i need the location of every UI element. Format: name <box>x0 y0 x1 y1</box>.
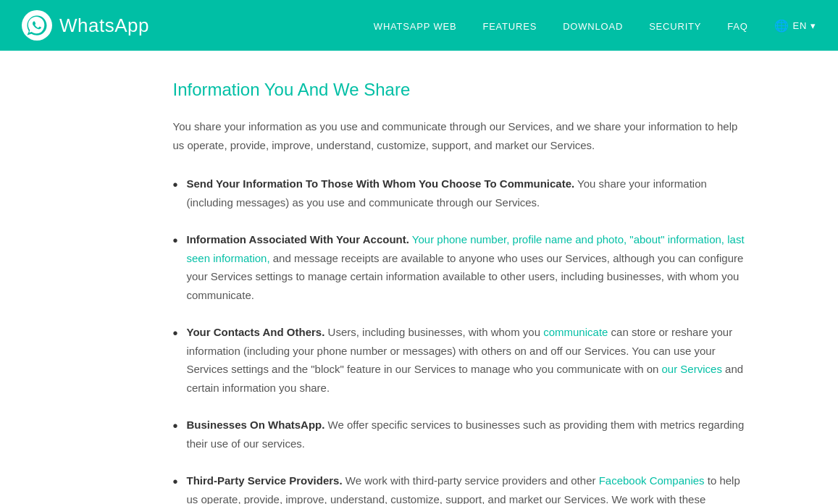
list-item: Information Associated With Your Account… <box>173 230 745 304</box>
nav-item-download[interactable]: DOWNLOAD <box>563 20 623 32</box>
list-item-heading-5: Third-Party Service Providers. <box>187 474 343 487</box>
list-item-content: Businesses On WhatsApp. We offer specifi… <box>187 416 745 453</box>
nav-item-features[interactable]: FEATURES <box>482 20 537 32</box>
nav-item-security[interactable]: SECURITY <box>649 20 701 32</box>
brand-name: WhatsApp <box>59 14 149 37</box>
globe-icon: 🌐 <box>774 19 789 33</box>
list-item-heading-4: Businesses On WhatsApp. <box>187 419 325 431</box>
list-item-content: Your Contacts And Others. Users, includi… <box>187 323 745 397</box>
language-selector[interactable]: 🌐 EN ▾ <box>774 19 816 33</box>
language-label: EN <box>793 20 808 31</box>
nav-brand[interactable]: WhatsApp <box>22 10 149 41</box>
nav-item-whatsapp-web[interactable]: WHATSAPP WEB <box>374 20 457 32</box>
list-item: Third-Party Service Providers. We work w… <box>173 471 745 504</box>
svg-point-0 <box>22 10 52 41</box>
nav-links: WHATSAPP WEB FEATURES DOWNLOAD SECURITY … <box>374 20 748 32</box>
list-item: Businesses On WhatsApp. We offer specifi… <box>173 416 745 453</box>
list-item-content: Send Your Information To Those With Whom… <box>187 175 745 211</box>
list-item-content: Information Associated With Your Account… <box>187 230 745 304</box>
info-list: Send Your Information To Those With Whom… <box>173 175 745 504</box>
navbar: WhatsApp WHATSAPP WEB FEATURES DOWNLOAD … <box>0 0 838 51</box>
list-item-heading-1: Send Your Information To Those With Whom… <box>187 177 575 190</box>
intro-paragraph: You share your information as you use an… <box>173 117 745 154</box>
chevron-down-icon: ▾ <box>810 20 816 31</box>
list-item-heading-2: Information Associated With Your Account… <box>187 233 409 245</box>
list-item: Your Contacts And Others. Users, includi… <box>173 323 745 397</box>
main-content: Information You And We Share You share y… <box>72 51 767 504</box>
facebook-companies-link[interactable]: Facebook Companies <box>599 474 705 487</box>
list-item-heading-3: Your Contacts And Others. <box>187 326 325 338</box>
whatsapp-logo-icon <box>22 10 52 41</box>
section-title: Information You And We Share <box>173 80 745 100</box>
list-item: Send Your Information To Those With Whom… <box>173 175 745 211</box>
list-item-content: Third-Party Service Providers. We work w… <box>187 471 745 504</box>
nav-item-faq[interactable]: FAQ <box>727 20 747 32</box>
